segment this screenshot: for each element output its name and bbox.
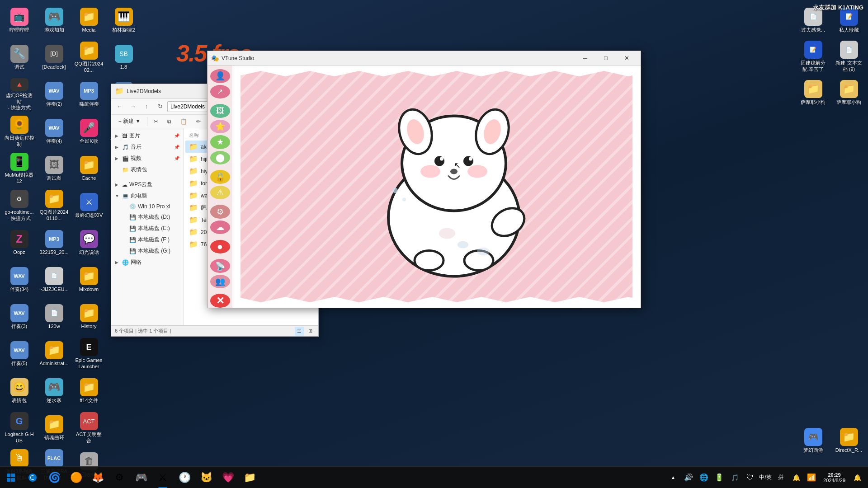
volume-icon[interactable]: 🔔 bbox=[789, 469, 803, 487]
desktop-icon-admin[interactable]: 📁 Administrat... bbox=[37, 336, 71, 372]
vtune-broadcast-button[interactable]: 📡 bbox=[210, 259, 230, 273]
desktop-icon-wav34[interactable]: WAV 伴奏(34) bbox=[2, 262, 36, 298]
copy-button[interactable]: ⧉ bbox=[164, 117, 175, 126]
vtune-star2-button[interactable]: ★ bbox=[210, 135, 230, 149]
sidebar-item-diskD[interactable]: 💾 本地磁盘 (D:) bbox=[111, 211, 183, 223]
desktop-icon-wav5[interactable]: WAV 伴奏(5) bbox=[2, 336, 36, 372]
start-button[interactable] bbox=[0, 467, 22, 488]
sidebar-item-music[interactable]: ▶ 🎵 音乐 📌 bbox=[111, 141, 183, 153]
desktop-icon-qq202401[interactable]: 📁 QQ图片20240110... bbox=[37, 188, 71, 224]
desktop-icon-120w[interactable]: 📄 120w bbox=[37, 299, 71, 335]
desktop-icon-zhenhunque[interactable]: 📁 镇魂曲环 bbox=[37, 410, 71, 446]
vtune-titlebar[interactable]: 🎭 VTune Studio ─ □ ✕ bbox=[208, 51, 641, 66]
desktop-icon-mixdown[interactable]: 📁 Mixdown bbox=[72, 262, 106, 298]
sidebar-item-diskE[interactable]: 💾 本地磁盘 (E:) bbox=[111, 223, 183, 234]
taskbar-app3[interactable]: 🟠 bbox=[65, 467, 87, 488]
forward-button[interactable]: → bbox=[127, 100, 139, 113]
sidebar-item-video[interactable]: ▶ 🎬 视频 📌 bbox=[111, 153, 183, 164]
desktop-icon-berlin[interactable]: 🎹 柏林旋律2 bbox=[107, 2, 141, 38]
desktop-icon-history[interactable]: 📁 History bbox=[72, 299, 106, 335]
vtune-star3-button[interactable]: ⬤ bbox=[210, 151, 230, 165]
rename-button[interactable]: ✏ bbox=[193, 117, 204, 126]
desktop-icon-quanmink[interactable]: 🎤 全民K歌 bbox=[72, 113, 106, 150]
wifi-icon[interactable]: 📶 bbox=[804, 469, 819, 487]
vtune-x-button[interactable]: ✕ bbox=[210, 294, 230, 308]
new-button[interactable]: + 新建 ▼ bbox=[115, 116, 144, 127]
desktop-icon-epicgames[interactable]: E Epic Games Launcher bbox=[72, 336, 106, 372]
desktop-icon-qq202402[interactable]: 📁 QQ图片202402... bbox=[72, 39, 106, 75]
desktop-icon-samoyedog1[interactable]: 📁 萨摩耶小狗 bbox=[796, 75, 830, 111]
sidebar-item-diskG[interactable]: 💾 本地磁盘 (G:) bbox=[111, 245, 183, 257]
notification-button[interactable]: 🔔 bbox=[850, 469, 864, 487]
desktop-icon-debug[interactable]: 🔧 调试 bbox=[2, 39, 36, 75]
vtune-group-button[interactable]: 👥 bbox=[210, 275, 230, 289]
desktop-icon-sunflower[interactable]: 🌻 向日葵远程控制 bbox=[2, 113, 36, 150]
input-method-pin[interactable]: 拼 bbox=[774, 469, 788, 487]
desktop-icon-newtxt9[interactable]: 📄 新建 文本文档 (9) bbox=[832, 38, 866, 75]
desktop-icon-mumu[interactable]: 📱 MuMu模拟器12 bbox=[2, 150, 36, 187]
taskbar-files[interactable]: 📁 bbox=[239, 467, 260, 488]
desktop-icon-18[interactable]: SB 1.8 bbox=[107, 39, 141, 75]
desktop-icon-directx[interactable]: 📁 DirectX_R... bbox=[832, 422, 866, 459]
taskbar-app8[interactable]: 🕐 bbox=[174, 467, 195, 488]
back-button[interactable]: ← bbox=[113, 100, 126, 113]
taskbar-game2[interactable]: ⚔ bbox=[152, 467, 174, 488]
vtune-close-button[interactable]: ✕ bbox=[616, 51, 637, 66]
taskbar-app5[interactable]: ⚙ bbox=[108, 467, 130, 488]
desktop-icon-oopz[interactable]: Z Oopz bbox=[2, 225, 36, 261]
desktop-icon-wav4[interactable]: WAV 伴奏(4) bbox=[37, 113, 71, 150]
desktop-icon-samoyedog2[interactable]: 📁 萨摩耶小狗 bbox=[832, 75, 866, 111]
vtune-cloud-button[interactable]: ☁ bbox=[210, 221, 230, 235]
desktop-icon-gorealtime[interactable]: ⚙ go-realtime...- 快捷方式 bbox=[2, 188, 36, 224]
desktop-icon-jlzjceu[interactable]: 📄 ~JlJZJCEU... bbox=[37, 262, 71, 298]
cut-button[interactable]: ✂ bbox=[150, 117, 162, 126]
desktop-icon-ff14[interactable]: ⚔ 最終幻想XIV bbox=[72, 188, 106, 224]
desktop-icon-huangspeech[interactable]: 💬 幻光说话 bbox=[72, 225, 106, 261]
paste-button[interactable]: 📋 bbox=[177, 117, 191, 126]
vtune-share-button[interactable]: ↗ bbox=[210, 85, 230, 99]
taskbar-firefox[interactable]: 🦊 bbox=[87, 467, 108, 488]
desktop-icon-deadlock[interactable]: [D] [Deadlock] bbox=[37, 39, 71, 75]
input-method-cn-en[interactable]: 中/英 bbox=[758, 469, 773, 487]
desktop-icon-wav2[interactable]: WAV 伴奏(2) bbox=[37, 76, 71, 113]
vtune-profile-button[interactable]: 👤 bbox=[210, 69, 230, 83]
taskbar-cat[interactable]: 🐱 bbox=[195, 467, 217, 488]
desktop-icon-ff14files[interactable]: 📁 ff14文件 bbox=[72, 373, 106, 409]
taskbar-edge[interactable] bbox=[22, 467, 43, 488]
vtune-minimize-button[interactable]: ─ bbox=[575, 51, 595, 66]
desktop-icon-debugimg[interactable]: 🖼 调试图 bbox=[37, 150, 71, 187]
vtune-warn-button[interactable]: ⚠ bbox=[210, 186, 230, 200]
sidebar-item-wps[interactable]: ▶ ☁ WPS云盘 bbox=[111, 179, 183, 190]
grid-view-button[interactable]: ⊞ bbox=[306, 327, 315, 336]
desktop-icon-gameadd[interactable]: 🎮 游戏加加 bbox=[37, 2, 71, 38]
tray-icon-4[interactable]: 🎵 bbox=[727, 469, 742, 487]
refresh-button[interactable]: ↻ bbox=[154, 100, 166, 113]
desktop-icon-nishuhan[interactable]: 🎮 逆水寒 bbox=[37, 373, 71, 409]
desktop-icon-cache[interactable]: 📁 Cache bbox=[72, 150, 106, 187]
up-button[interactable]: ↑ bbox=[140, 100, 153, 113]
vtune-star1-button[interactable]: ⭐ bbox=[210, 120, 230, 134]
list-view-button[interactable]: ☰ bbox=[295, 327, 304, 336]
tray-icon-3[interactable]: 🔋 bbox=[712, 469, 726, 487]
taskbar-heartcat[interactable]: 💗 bbox=[217, 467, 239, 488]
desktop-icon-322159[interactable]: MP3 322159_20... bbox=[37, 225, 71, 261]
tray-icon-1[interactable]: 🔊 bbox=[681, 469, 696, 487]
taskbar-browser2[interactable]: 🌀 bbox=[43, 467, 65, 488]
desktop-icon-act[interactable]: ACT ACT.吴明整合 bbox=[72, 410, 106, 446]
tray-icon-5[interactable]: 🛡 bbox=[743, 469, 757, 487]
sidebar-item-diskF[interactable]: 💾 本地磁盘 (F:) bbox=[111, 234, 183, 245]
desktop-icon-stickers[interactable]: 😄 表情包 bbox=[2, 373, 36, 409]
vtune-photo-button[interactable]: 🖼 bbox=[210, 104, 230, 118]
sidebar-item-win10[interactable]: 💿 Win 10 Pro xi bbox=[111, 202, 183, 211]
desktop-icon-sparse[interactable]: MP3 稀疏伴奏 bbox=[72, 76, 106, 113]
sidebar-item-photos[interactable]: ▶ 🖼 图片 📌 bbox=[111, 130, 183, 141]
desktop-icon-menghuan[interactable]: 🎮 梦幻西游 bbox=[796, 422, 830, 459]
desktop-icon-wav3[interactable]: WAV 伴奏(3) bbox=[2, 299, 36, 335]
desktop-icon-gujian[interactable]: 📝 固建稳解分配,辛苦了 bbox=[796, 38, 830, 75]
sidebar-item-network[interactable]: ▶ 🌐 网络 bbox=[111, 257, 183, 268]
desktop-icon-media[interactable]: 📁 Media bbox=[72, 2, 106, 38]
sidebar-item-stickers[interactable]: 📁 表情包 bbox=[111, 164, 183, 175]
desktop-icon-logitech[interactable]: G Logitech G HUB bbox=[2, 410, 36, 446]
desktop-icon-op[interactable]: 🔺 虚幻OP检测站- 快捷方式 bbox=[2, 76, 36, 113]
tray-icon-2[interactable]: 🌐 bbox=[697, 469, 711, 487]
